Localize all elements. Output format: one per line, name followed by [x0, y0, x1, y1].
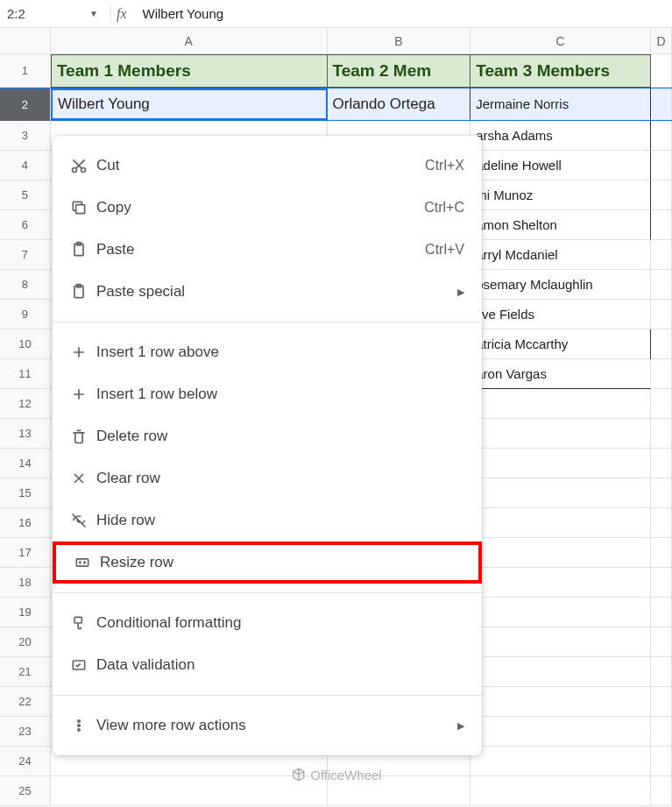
- cell[interactable]: [651, 240, 672, 270]
- row-header[interactable]: 6: [0, 210, 51, 240]
- cell[interactable]: Orlando Ortega: [328, 88, 471, 120]
- row-header[interactable]: 16: [0, 508, 51, 538]
- cell[interactable]: [651, 747, 672, 776]
- cell[interactable]: [651, 419, 672, 449]
- cell[interactable]: [470, 717, 651, 747]
- cell[interactable]: osemary Mclaughlin: [470, 270, 651, 300]
- cell[interactable]: [651, 627, 672, 657]
- cell[interactable]: [651, 478, 672, 508]
- row-header[interactable]: 19: [0, 598, 51, 627]
- cell[interactable]: [470, 776, 651, 806]
- row-header[interactable]: 23: [0, 717, 51, 747]
- cell[interactable]: live Fields: [470, 300, 651, 329]
- cell[interactable]: [651, 508, 672, 538]
- cell[interactable]: [651, 54, 672, 88]
- row-header-selected[interactable]: 2: [0, 88, 51, 122]
- row-header[interactable]: 15: [0, 478, 51, 508]
- cell[interactable]: [651, 776, 672, 806]
- select-all-corner[interactable]: [0, 28, 51, 54]
- cell[interactable]: mi Munoz: [470, 181, 651, 210]
- row-header[interactable]: 8: [0, 270, 51, 300]
- col-header-b[interactable]: B: [328, 28, 471, 54]
- cell[interactable]: aron Vargas: [470, 359, 651, 389]
- row-header[interactable]: 5: [0, 181, 51, 210]
- menu-insert-below[interactable]: Insert 1 row below: [53, 373, 482, 415]
- menu-conditional-formatting[interactable]: Conditional formatting: [53, 602, 482, 644]
- cell[interactable]: Team 2 Mem: [328, 54, 471, 88]
- cell[interactable]: [470, 389, 651, 419]
- cell[interactable]: Team 3 Members: [470, 54, 651, 88]
- row-header[interactable]: 3: [0, 121, 51, 151]
- name-box-dropdown-icon[interactable]: ▼: [89, 9, 98, 18]
- row-header[interactable]: 1: [0, 54, 51, 88]
- cell[interactable]: [651, 329, 672, 359]
- name-box[interactable]: 2:2 ▼: [0, 6, 105, 21]
- menu-paste-special[interactable]: Paste special ▶: [53, 271, 482, 313]
- row-header[interactable]: 25: [0, 776, 51, 806]
- cell[interactable]: Jermaine Norris: [470, 88, 651, 120]
- cell[interactable]: arsha Adams: [470, 121, 651, 151]
- menu-delete-row[interactable]: Delete row: [53, 415, 482, 457]
- row-header[interactable]: 10: [0, 329, 51, 359]
- cell[interactable]: [51, 776, 328, 806]
- row-header[interactable]: 13: [0, 419, 51, 449]
- cell-active[interactable]: Wilbert Young: [51, 88, 328, 120]
- cell[interactable]: [651, 568, 672, 598]
- cell[interactable]: [470, 478, 651, 508]
- col-header-d[interactable]: D: [651, 28, 672, 54]
- cell[interactable]: [470, 508, 651, 538]
- cell[interactable]: [470, 687, 651, 717]
- menu-paste[interactable]: Paste Ctrl+V: [53, 229, 482, 271]
- cell[interactable]: [651, 270, 672, 300]
- menu-data-validation[interactable]: Data validation: [53, 644, 482, 686]
- cell[interactable]: [651, 300, 672, 329]
- row-header[interactable]: 22: [0, 687, 51, 717]
- cell[interactable]: [651, 598, 672, 627]
- cell[interactable]: [470, 449, 651, 478]
- row-header[interactable]: 17: [0, 538, 51, 568]
- cell[interactable]: atricia Mccarthy: [470, 329, 651, 359]
- cell[interactable]: [651, 151, 672, 181]
- cell[interactable]: arryl Mcdaniel: [470, 240, 651, 270]
- row-header[interactable]: 18: [0, 568, 51, 598]
- row-header[interactable]: 20: [0, 627, 51, 657]
- cell[interactable]: [651, 657, 672, 687]
- cell[interactable]: [470, 747, 651, 776]
- cell[interactable]: [651, 359, 672, 389]
- row-header[interactable]: 24: [0, 747, 51, 776]
- row-header[interactable]: 4: [0, 151, 51, 181]
- cell[interactable]: [651, 538, 672, 568]
- cell[interactable]: adeline Howell: [470, 151, 651, 181]
- menu-resize-row[interactable]: Resize row: [53, 542, 482, 584]
- cell[interactable]: [651, 717, 672, 747]
- row-header[interactable]: 14: [0, 449, 51, 478]
- row-header[interactable]: 11: [0, 359, 51, 389]
- row-header[interactable]: 21: [0, 657, 51, 687]
- cell[interactable]: [470, 538, 651, 568]
- cell[interactable]: [651, 449, 672, 478]
- cell[interactable]: [470, 598, 651, 627]
- menu-clear-row[interactable]: Clear row: [53, 457, 482, 499]
- menu-cut[interactable]: Cut Ctrl+X: [53, 145, 482, 187]
- cell[interactable]: [651, 687, 672, 717]
- row-header[interactable]: 7: [0, 240, 51, 270]
- cell[interactable]: amon Shelton: [470, 210, 651, 240]
- menu-copy[interactable]: Copy Ctrl+C: [53, 187, 482, 229]
- cell[interactable]: [470, 568, 651, 598]
- cell[interactable]: [651, 389, 672, 419]
- cell[interactable]: [651, 121, 672, 151]
- cell[interactable]: [651, 88, 672, 120]
- col-header-c[interactable]: C: [470, 28, 651, 54]
- cell[interactable]: [470, 419, 651, 449]
- cell[interactable]: [470, 627, 651, 657]
- row-header[interactable]: 9: [0, 300, 51, 329]
- col-header-a[interactable]: A: [51, 28, 328, 54]
- cell[interactable]: Team 1 Members: [51, 54, 328, 88]
- menu-view-more[interactable]: View more row actions ▶: [53, 704, 482, 747]
- formula-input[interactable]: [139, 3, 672, 25]
- cell[interactable]: [651, 181, 672, 210]
- menu-hide-row[interactable]: Hide row: [53, 499, 482, 542]
- cell[interactable]: [470, 657, 651, 687]
- row-header[interactable]: 12: [0, 389, 51, 419]
- cell[interactable]: [651, 210, 672, 240]
